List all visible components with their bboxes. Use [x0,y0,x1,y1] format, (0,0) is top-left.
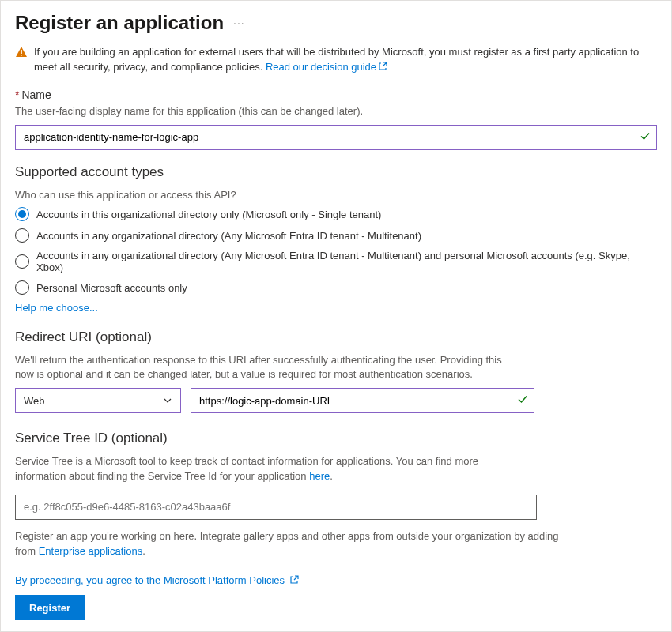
radio-icon [15,280,29,295]
page-title: Register an application [15,12,224,34]
register-note: Register an app you're working on here. … [15,529,568,559]
enterprise-applications-link[interactable]: Enterprise applications [39,545,143,557]
warning-banner: If you are building an application for e… [15,45,657,76]
help-me-choose-link[interactable]: Help me choose... [15,302,98,314]
account-types-radio-group: Accounts in this organizational director… [15,207,657,295]
redirect-uri-input[interactable] [191,388,534,413]
redirect-heading: Redirect URI (optional) [15,329,657,345]
service-tree-here-link[interactable]: here [309,470,330,482]
application-name-input[interactable] [15,125,657,150]
name-description: The user-facing display name for this ap… [15,104,657,118]
radio-icon [15,207,29,221]
service-tree-description: Service Tree is a Microsoft tool to keep… [15,454,521,483]
warning-icon [15,46,28,58]
radio-multitenant-personal[interactable]: Accounts in any organizational directory… [15,250,657,273]
platform-policies-link[interactable]: By proceeding, you agree to the Microsof… [15,574,299,587]
service-tree-heading: Service Tree ID (optional) [15,431,657,446]
radio-multitenant[interactable]: Accounts in any organizational directory… [15,228,657,243]
radio-icon [15,254,29,269]
register-button[interactable]: Register [15,595,85,620]
radio-icon [15,228,29,243]
more-icon[interactable]: ··· [233,17,245,29]
external-link-icon [289,575,299,587]
account-types-heading: Supported account types [15,164,657,180]
service-tree-id-input[interactable] [15,495,537,520]
decision-guide-link[interactable]: Read our decision guide [266,61,387,73]
svg-rect-0 [21,50,22,54]
svg-rect-1 [21,55,22,56]
radio-single-tenant[interactable]: Accounts in this organizational director… [15,207,657,221]
external-link-icon [378,61,387,76]
chevron-down-icon [163,396,172,405]
redirect-platform-select[interactable]: Web [15,388,181,413]
radio-personal-only[interactable]: Personal Microsoft accounts only [15,280,657,295]
name-label: *Name [15,88,657,101]
redirect-description: We'll return the authentication response… [15,353,521,382]
account-types-question: Who can use this application or access t… [15,188,657,202]
select-value: Web [24,395,45,407]
